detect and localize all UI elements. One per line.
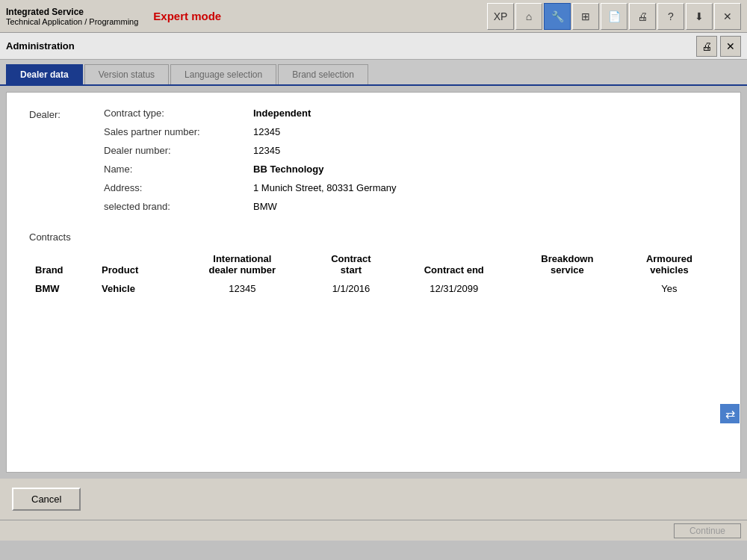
contracts-table: Brand Product Internationaldealer number… [29, 250, 718, 299]
col-header-intl-dealer: Internationaldealer number [176, 250, 308, 279]
continue-button[interactable]: Continue [674, 523, 741, 538]
address-label: Address: [104, 182, 253, 193]
print-button[interactable]: 🖨 [629, 3, 656, 30]
col-header-contract-start: Contractstart [308, 250, 394, 279]
admin-icon-group: 🖨 ✕ [696, 36, 741, 57]
row-product: Vehicle [96, 279, 176, 299]
window-close-button[interactable]: ✕ [714, 3, 741, 30]
dealer-number-value: 12345 [253, 145, 280, 156]
admin-bar: Administration 🖨 ✕ [0, 33, 747, 60]
dealer-section-label: Dealer: [29, 108, 104, 220]
toolbar-buttons: XP ⌂ 🔧 ⊞ 📄 🖨 ? ⬇ ✕ [487, 3, 741, 30]
contracts-label: Contracts [29, 231, 718, 243]
selected-brand-value: BMW [253, 201, 277, 212]
col-header-brand: Brand [29, 250, 96, 279]
dealer-number-label: Dealer number: [104, 145, 253, 156]
language-selection-tab[interactable]: Language selection [170, 64, 276, 84]
row-intl-dealer: 12345 [176, 279, 308, 299]
row-contract-end: 12/31/2099 [394, 279, 514, 299]
dealer-fields: Contract type: Independent Sales partner… [104, 108, 718, 220]
tab-bar: Dealer data Version status Language sele… [0, 60, 747, 86]
bottom-area: Cancel [0, 479, 747, 520]
sales-partner-label: Sales partner number: [104, 126, 253, 137]
contracts-section: Contracts Brand Product Internationaldea… [29, 231, 718, 299]
expert-mode-label: Expert mode [153, 10, 221, 22]
status-bar: Continue [0, 520, 747, 541]
address-value: 1 Munich Street, 80331 Germany [253, 182, 397, 193]
clipboard-button[interactable]: 📄 [601, 3, 627, 30]
cancel-button[interactable]: Cancel [12, 488, 81, 511]
col-header-product: Product [96, 250, 176, 279]
table-row: BMW Vehicle 12345 1/1/2016 12/31/2099 Ye… [29, 279, 718, 299]
col-header-contract-end: Contract end [394, 250, 514, 279]
dealer-number-row: Dealer number: 12345 [104, 145, 718, 156]
col-header-breakdown: Breakdownservice [514, 250, 621, 279]
brand-selection-tab[interactable]: Brand selection [278, 64, 368, 84]
selected-brand-row: selected brand: BMW [104, 201, 718, 212]
help-button[interactable]: ? [657, 3, 684, 30]
sales-partner-value: 12345 [253, 126, 280, 137]
home-button[interactable]: ⌂ [515, 3, 542, 30]
contract-type-value: Independent [253, 108, 311, 119]
dealer-data-tab[interactable]: Dealer data [6, 64, 83, 84]
contract-type-row: Contract type: Independent [104, 108, 718, 119]
contract-type-label: Contract type: [104, 108, 253, 119]
xp-button[interactable]: XP [487, 3, 514, 30]
row-contract-start: 1/1/2016 [308, 279, 394, 299]
row-breakdown [514, 279, 621, 299]
admin-title: Administration [6, 40, 75, 52]
sales-partner-row: Sales partner number: 12345 [104, 126, 718, 137]
version-status-tab[interactable]: Version status [84, 64, 169, 84]
selected-brand-label: selected brand: [104, 201, 253, 212]
wrench-button[interactable]: 🔧 [544, 3, 571, 30]
admin-print-button[interactable]: 🖨 [696, 36, 717, 57]
row-armoured: Yes [621, 279, 718, 299]
admin-close-button[interactable]: ✕ [720, 36, 741, 57]
side-scroll-arrow[interactable]: ⇄ [720, 404, 740, 423]
dealer-section: Dealer: Contract type: Independent Sales… [29, 108, 718, 220]
name-row: Name: BB Technology [104, 164, 718, 175]
app-line1: Integrated Service [6, 7, 138, 17]
download-button[interactable]: ⬇ [686, 3, 713, 30]
grid-button[interactable]: ⊞ [572, 3, 599, 30]
col-header-armoured: Armouredvehicles [621, 250, 718, 279]
name-label: Name: [104, 164, 253, 175]
name-value: BB Technology [253, 164, 323, 175]
app-line2: Technical Application / Programming [6, 17, 138, 26]
toolbar: Integrated Service Technical Application… [0, 0, 747, 33]
main-content: Dealer: Contract type: Independent Sales… [6, 92, 741, 473]
app-title: Integrated Service Technical Application… [6, 7, 138, 26]
row-brand: BMW [29, 279, 96, 299]
contracts-header-row: Brand Product Internationaldealer number… [29, 250, 718, 279]
address-row: Address: 1 Munich Street, 80331 Germany [104, 182, 718, 193]
